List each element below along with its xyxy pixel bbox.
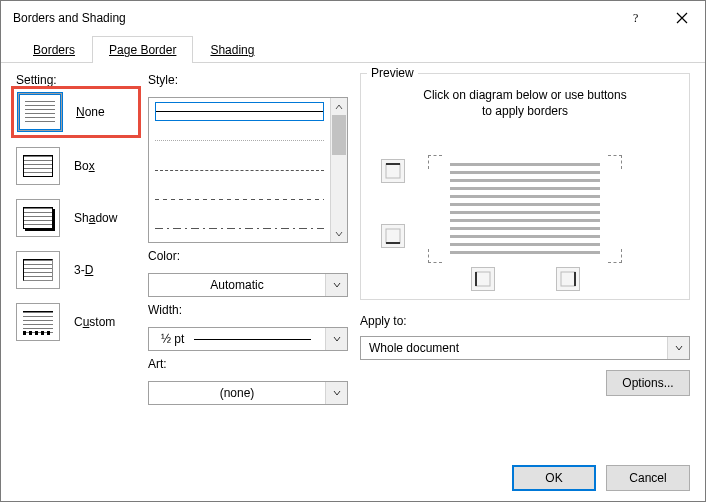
corner-br-icon [608,249,622,263]
corner-tl-icon [428,155,442,169]
style-dashed-med[interactable] [155,160,324,179]
ok-button[interactable]: OK [512,465,596,491]
width-value: ½ pt [149,332,325,346]
tab-shading[interactable]: Shading [193,36,271,63]
setting-column: Setting: None Box Shadow 3-D [16,73,136,455]
corner-bl-icon [428,249,442,263]
setting-none-label: None [76,105,105,119]
style-dash-dot[interactable] [155,219,324,238]
dialog-body: Setting: None Box Shadow 3-D [1,63,705,455]
setting-custom[interactable]: Custom [16,303,136,341]
close-button[interactable] [659,1,705,35]
scroll-thumb[interactable] [332,115,346,155]
setting-box[interactable]: Box [16,147,136,185]
apply-combo[interactable]: Whole document [360,336,690,360]
style-list [149,98,330,242]
border-bottom-button[interactable] [381,224,405,248]
preview-column: Preview Click on diagram below or use bu… [360,73,690,455]
style-label: Style: [148,73,348,87]
preview-fieldset: Preview Click on diagram below or use bu… [360,73,690,300]
setting-shadow[interactable]: Shadow [16,199,136,237]
setting-box-label: Box [74,159,95,173]
svg-rect-7 [561,272,575,286]
svg-rect-3 [386,229,400,243]
apply-row: Apply to: Whole document [360,314,690,360]
art-drop-icon[interactable] [325,382,347,404]
color-combo[interactable]: Automatic [148,273,348,297]
page-lines-icon [450,163,600,255]
options-button[interactable]: Options... [606,370,690,396]
setting-custom-thumb [16,303,60,341]
border-top-button[interactable] [381,159,405,183]
svg-rect-5 [476,272,490,286]
help-button[interactable]: ? [613,1,659,35]
setting-shadow-thumb [16,199,60,237]
width-drop-icon[interactable] [325,328,347,350]
svg-text:?: ? [633,12,638,24]
style-scrollbar[interactable] [330,98,347,242]
setting-3d-thumb [16,251,60,289]
scroll-track[interactable] [331,115,347,225]
style-solid[interactable] [155,102,324,121]
color-label: Color: [148,249,348,263]
setting-list: None Box Shadow 3-D Custom [16,91,136,341]
setting-3d-label: 3-D [74,263,93,277]
setting-label: Setting: [16,73,136,87]
options-row: Options... [360,370,690,396]
setting-none[interactable]: None [16,91,136,133]
style-dotted-fine[interactable] [155,131,324,150]
setting-none-thumb [18,93,62,131]
preview-legend: Preview [367,66,418,80]
art-value: (none) [149,386,325,400]
preview-hint: Click on diagram below or use buttonsto … [371,88,679,119]
color-value: Automatic [149,278,325,292]
apply-label: Apply to: [360,314,690,328]
dialog-borders-and-shading: Borders and Shading ? Borders Page Borde… [0,0,706,502]
apply-drop-icon[interactable] [667,337,689,359]
color-drop-icon[interactable] [325,274,347,296]
width-combo[interactable]: ½ pt [148,327,348,351]
svg-rect-1 [386,164,400,178]
tab-page-border[interactable]: Page Border [92,36,193,63]
art-combo[interactable]: (none) [148,381,348,405]
page-preview[interactable] [450,159,600,259]
window-title: Borders and Shading [13,11,613,25]
apply-value: Whole document [361,341,667,355]
style-column: Style: Color: Automatic [148,73,348,455]
style-dashed-short[interactable] [155,190,324,209]
setting-custom-label: Custom [74,315,115,329]
tab-borders[interactable]: Borders [16,36,92,63]
preview-diagram[interactable] [371,129,679,289]
dialog-footer: OK Cancel [1,455,705,501]
scroll-down-icon[interactable] [331,225,347,242]
border-right-button[interactable] [556,267,580,291]
setting-shadow-label: Shadow [74,211,117,225]
corner-tr-icon [608,155,622,169]
border-left-button[interactable] [471,267,495,291]
titlebar: Borders and Shading ? [1,1,705,35]
art-label: Art: [148,357,348,371]
width-label: Width: [148,303,348,317]
tab-strip: Borders Page Border Shading [1,35,705,63]
setting-3d[interactable]: 3-D [16,251,136,289]
cancel-button[interactable]: Cancel [606,465,690,491]
setting-box-thumb [16,147,60,185]
scroll-up-icon[interactable] [331,98,347,115]
style-listbox[interactable] [148,97,348,243]
